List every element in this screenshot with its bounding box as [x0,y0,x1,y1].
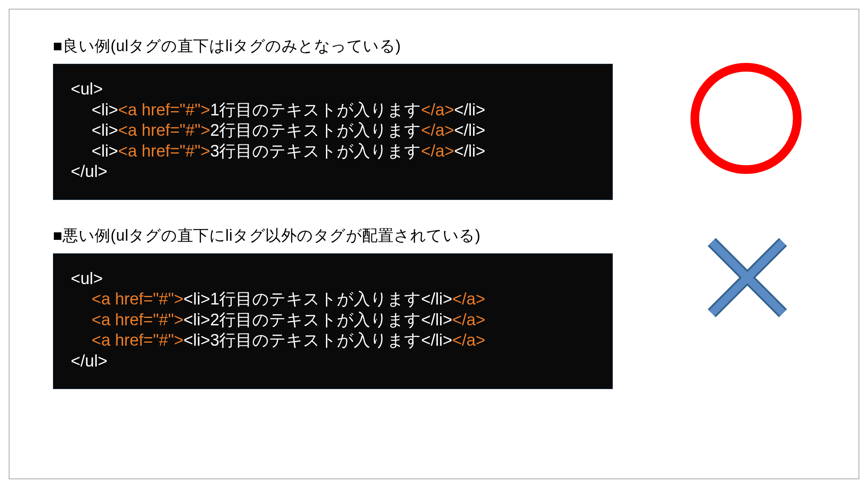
correct-mark-icon [687,60,805,177]
incorrect-mark-icon [706,236,789,319]
code-a-open: <a href="#"> [92,290,184,308]
code-a-close: </a> [452,331,485,349]
code-li-close: </li> [454,101,485,119]
code-li-open: <li> [92,142,118,160]
code-a-close: </a> [421,121,454,139]
code-a-open: <a href="#"> [118,142,210,160]
code-text: 2行目のテキストが入ります [210,121,421,139]
code-ul-close: </ul> [71,162,108,180]
code-li-open: <li> [184,331,210,349]
code-li-open: <li> [92,121,118,139]
code-text: 3行目のテキストが入ります [210,142,421,160]
bad-example-title: ■悪い例(ulタグの直下にliタグ以外のタグが配置されている) [53,225,613,246]
code-li-open: <li> [184,290,210,308]
slide-frame: ■良い例(ulタグの直下はliタグのみとなっている) <ul> <li><a h… [9,9,859,479]
code-ul-open: <ul> [71,269,103,288]
code-li-close: </li> [421,311,452,329]
code-li-close: </li> [421,331,452,349]
code-ul-open: <ul> [71,80,103,98]
code-li-open: <li> [184,311,210,329]
code-a-open: <a href="#"> [92,311,184,329]
code-li-open: <li> [92,101,118,119]
code-li-close: </li> [454,121,485,139]
good-example-title: ■良い例(ulタグの直下はliタグのみとなっている) [53,36,613,57]
code-a-close: </a> [421,101,454,119]
code-a-open: <a href="#"> [118,121,210,139]
bad-example-code: <ul> <a href="#"><li>1行目のテキストが入ります</li><… [53,253,613,390]
svg-point-0 [695,67,797,170]
code-text: 1行目のテキストが入ります [210,101,421,119]
code-text: 3行目のテキストが入ります [210,331,421,349]
code-a-close: </a> [452,290,485,308]
good-example-code: <ul> <li><a href="#">1行目のテキストが入ります</a></… [53,64,613,200]
code-a-close: </a> [452,311,485,329]
content-column: ■良い例(ulタグの直下はliタグのみとなっている) <ul> <li><a h… [53,36,613,389]
code-li-close: </li> [421,290,452,308]
code-li-close: </li> [454,142,485,160]
code-text: 1行目のテキストが入ります [210,290,421,308]
code-a-close: </a> [421,142,454,160]
code-a-open: <a href="#"> [118,101,210,119]
code-text: 2行目のテキストが入ります [210,311,421,329]
code-ul-close: </ul> [71,352,108,370]
code-a-open: <a href="#"> [92,331,184,349]
